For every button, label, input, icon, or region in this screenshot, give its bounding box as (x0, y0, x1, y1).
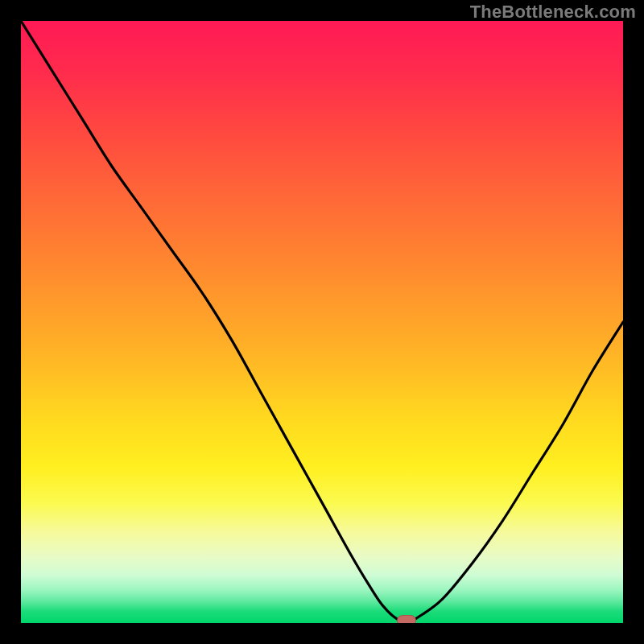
plot-area (21, 21, 623, 623)
watermark-text: TheBottleneck.com (470, 2, 636, 23)
bottleneck-curve (21, 21, 623, 623)
chart-frame: TheBottleneck.com (0, 0, 644, 644)
optimum-marker (397, 615, 416, 623)
